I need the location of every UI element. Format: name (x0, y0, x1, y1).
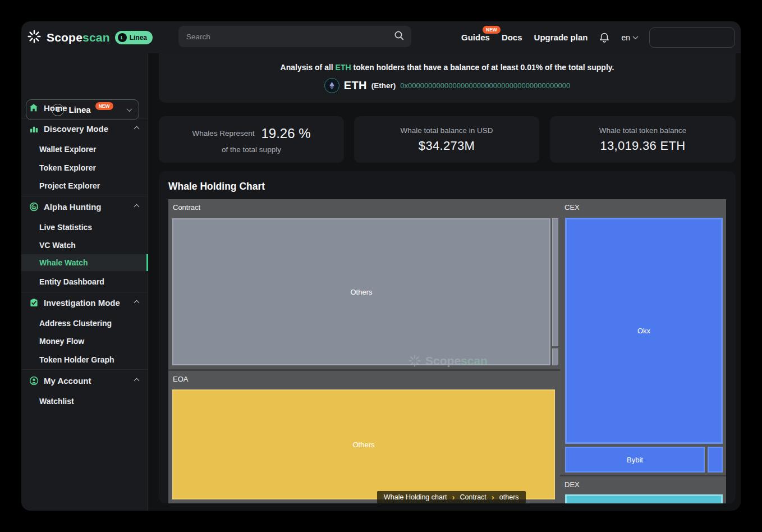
breadcrumb-root[interactable]: Whale Holding chart (379, 493, 452, 501)
user-icon (29, 376, 39, 386)
sidebar-item-token-holder-graph[interactable]: Token Holder Graph (21, 352, 148, 367)
sidebar-item-vc-watch[interactable]: VC Watch (21, 237, 148, 253)
treemap-group-label: DEX (564, 480, 580, 489)
home-icon (29, 103, 39, 113)
sidebar-item-money-flow[interactable]: Money Flow (21, 333, 148, 348)
chevron-up-icon (134, 204, 140, 209)
treemap-group-dex[interactable]: DEX (560, 476, 726, 503)
chart-title: Whale Holding Chart (168, 181, 265, 192)
chevron-down-icon (633, 34, 639, 39)
treemap-cell-dex-strip[interactable] (565, 494, 723, 503)
linea-badge-icon: L (118, 33, 127, 42)
chevron-up-icon (134, 126, 140, 131)
sidebar-section-discovery-mode[interactable]: Discovery Mode (21, 121, 148, 136)
divider (21, 196, 148, 196)
scopescan-logo-icon (27, 29, 42, 46)
treemap-group-label: Contract (173, 203, 200, 212)
search-input[interactable] (186, 33, 394, 41)
search-bar[interactable] (178, 26, 411, 47)
search-icon[interactable] (394, 30, 405, 43)
sidebar-item-whale-watch[interactable]: Whale Watch (21, 254, 148, 271)
chevron-up-icon (134, 300, 140, 305)
watermark-logo-icon (408, 354, 421, 368)
token-identity-row: ETH (Ether) 0x00000000000000000000000000… (324, 78, 570, 93)
guides-new-badge: NEW (483, 26, 501, 34)
sidebar-item-wallet-explorer[interactable]: Wallet Explorer (21, 141, 148, 157)
top-header: Scopescan L Linea Guides NEW Docs Upgrad (21, 21, 741, 53)
chevron-right-icon: › (452, 492, 456, 502)
breadcrumb-others[interactable]: others (495, 493, 524, 501)
sidebar-section-investigation-mode[interactable]: Investigation Mode (21, 295, 148, 310)
stat-value: 19.26 % (261, 126, 310, 141)
sidebar-item-entity-dashboard[interactable]: Entity Dashboard (21, 274, 148, 289)
treemap-group-cex[interactable]: CEX Okx Bybit (560, 199, 726, 475)
sidebar-section-my-account[interactable]: My Account (21, 373, 148, 388)
header-nav: Guides NEW Docs Upgrade plan en (461, 21, 735, 53)
treemap-group-label: EOA (173, 375, 188, 383)
treemap-group-eoa[interactable]: EOA Others (168, 371, 560, 503)
token-name: (Ether) (371, 81, 396, 90)
token-overview-card: Analysis of all ETH token holders that h… (159, 53, 736, 103)
network-badge[interactable]: L Linea (115, 31, 153, 44)
treemap-group-label: CEX (564, 203, 580, 212)
treemap-cell-contract-others[interactable]: Others (172, 218, 550, 365)
stat-card-total-balance-usd: Whale total balance in USD $34.273M (354, 116, 539, 163)
screen: Scopescan L Linea Guides NEW Docs Upgrad (0, 0, 762, 532)
divider (21, 292, 148, 292)
stat-card-total-token-balance: Whale total token balance 13,019.36 ETH (550, 116, 736, 163)
brand-name: Scopescan (47, 31, 110, 44)
whale-holding-treemap: Contract Others EOA Others CEX Okx (168, 199, 726, 503)
app-window: Scopescan L Linea Guides NEW Docs Upgrad (21, 21, 741, 511)
treemap-cell-bybit[interactable]: Bybit (565, 447, 705, 473)
nav-guides[interactable]: Guides NEW (461, 33, 490, 42)
sidebar-item-token-explorer[interactable]: Token Explorer (21, 160, 148, 175)
sidebar-item-home[interactable]: Home (21, 100, 148, 116)
treemap-cell-eoa-others[interactable]: Others (172, 389, 555, 499)
nav-docs[interactable]: Docs (502, 33, 522, 42)
divider (21, 369, 148, 370)
chevron-right-icon: › (491, 492, 495, 502)
chevron-up-icon (134, 378, 140, 383)
breadcrumb-contract[interactable]: Contract (456, 493, 491, 501)
divider (21, 118, 148, 118)
clipboard-icon (29, 298, 39, 308)
watermark-text: Scopescan (425, 354, 488, 368)
analysis-description: Analysis of all ETH token holders that h… (281, 63, 614, 72)
nav-upgrade-plan[interactable]: Upgrade plan (534, 33, 588, 42)
treemap-breadcrumb: Whale Holding chart › Contract › others (377, 491, 526, 503)
eth-token-icon (324, 78, 339, 93)
sidebar-section-alpha-hunting[interactable]: Alpha Hunting (21, 199, 148, 214)
stat-value: $34.273M (419, 139, 475, 153)
sidebar-item-live-statistics[interactable]: Live Statistics (21, 219, 148, 235)
stat-value: 13,019.36 ETH (600, 139, 686, 153)
treemap-cell-contract-small-2[interactable] (552, 348, 558, 365)
header-action-button[interactable] (649, 27, 735, 48)
sidebar-item-project-explorer[interactable]: Project Explorer (21, 178, 148, 193)
stat-card-whales-represent: Whales Represent 19.26 % of the total su… (159, 116, 344, 163)
sidebar-item-address-clustering[interactable]: Address Clustering (21, 315, 148, 331)
treemap-group-contract[interactable]: Contract Others (168, 199, 560, 369)
sidebar: L Linea NEW Home Discovery Mode Wallet E… (21, 53, 148, 511)
treemap-cell-cex-small[interactable] (708, 447, 723, 473)
target-icon (29, 202, 39, 212)
sidebar-item-watchlist[interactable]: Watchlist (21, 393, 148, 409)
treemap-cell-okx[interactable]: Okx (565, 218, 723, 444)
watermark: Scopescan (386, 352, 509, 370)
language-selector[interactable]: en (621, 33, 637, 42)
token-symbol: ETH (344, 79, 367, 92)
bar-chart-icon (29, 124, 39, 134)
bell-icon[interactable] (599, 32, 609, 43)
treemap-cell-contract-small-1[interactable] (552, 218, 558, 346)
brand-logo[interactable]: Scopescan L Linea (27, 21, 153, 53)
token-address[interactable]: 0x00000000000000000000000000000000000000… (400, 81, 570, 90)
